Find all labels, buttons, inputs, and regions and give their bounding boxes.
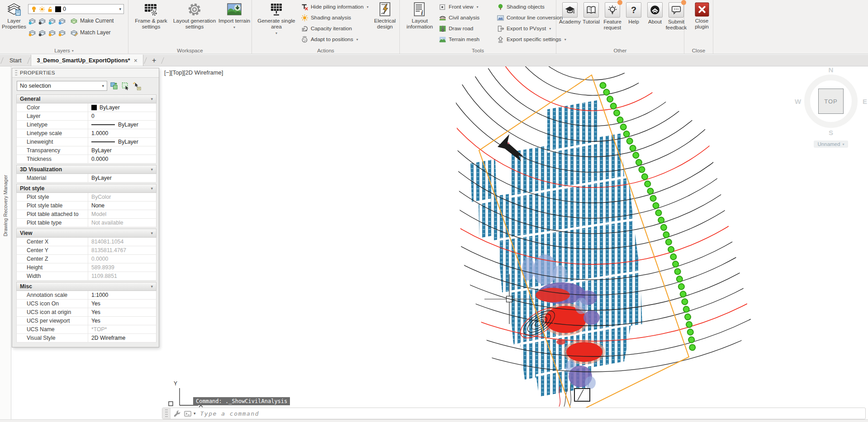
submit-feedback-button[interactable]: Submit feedback <box>667 2 685 30</box>
property-value[interactable]: 0 <box>88 112 156 120</box>
viewport-controls[interactable]: [−][Top][2D Wireframe] <box>164 69 223 76</box>
property-value[interactable]: 0.0000 <box>88 155 156 163</box>
terrain-mesh-button[interactable]: Terrain mesh <box>439 34 479 45</box>
drawing-canvas[interactable]: Y Drawing Recovery Manager [−][Top][2D W… <box>0 66 868 422</box>
viewcube-north[interactable]: N <box>829 66 834 74</box>
dropdown-arrow-icon[interactable]: ▾ <box>549 27 551 31</box>
export-to-pvsyst-button[interactable]: Export to PVsyst▾ <box>497 23 566 34</box>
select-objects-icon[interactable] <box>110 82 119 90</box>
property-value: 814081.1054 <box>88 238 156 246</box>
property-value[interactable]: 2D Wireframe <box>88 334 156 342</box>
wrench-icon[interactable] <box>173 409 181 418</box>
layer-thaw-icon[interactable] <box>48 28 57 37</box>
property-value[interactable]: ByLayer <box>88 146 156 155</box>
command-prompt-icon[interactable] <box>184 409 192 418</box>
property-row-linetype-scale: Linetype scale1.0000 <box>16 129 157 138</box>
layer-off-icon[interactable] <box>28 17 37 25</box>
section-title: Misc <box>20 283 32 290</box>
hide-piling-information-button[interactable]: Hide piling information▾ <box>301 1 369 12</box>
shading-objects-button[interactable]: Shading objects <box>497 1 566 12</box>
section-header-3d-visualization[interactable]: 3D Visualization▾ <box>16 165 157 174</box>
command-bar[interactable]: ▾ Type a command <box>162 408 866 419</box>
property-value[interactable]: ByLayer <box>88 103 156 112</box>
layer-properties-button[interactable]: Layer Properties <box>1 2 27 30</box>
layout-information-button[interactable]: i Layout information <box>403 2 437 30</box>
command-grip[interactable] <box>162 408 171 419</box>
contour-line-conversion-button[interactable]: Contour line conversion <box>497 12 566 23</box>
layer-color-swatch <box>55 6 61 12</box>
layout-generation-settings-button[interactable]: Layout generation settings <box>172 2 217 30</box>
feature-request-button[interactable]: Feature request <box>603 2 621 30</box>
file-tab-start[interactable]: Start <box>4 55 27 66</box>
property-value[interactable]: 1:1000 <box>88 291 156 299</box>
panel-caption-layers[interactable]: Layers ▾ <box>0 48 128 53</box>
import-terrain-button[interactable]: Import terrain ▾ <box>218 2 251 30</box>
civil-analysis-button[interactable]: Civil analysis <box>439 12 479 23</box>
shading-analysis-button[interactable]: Shading analysis <box>301 12 369 23</box>
section-header-misc[interactable]: Misc▾ <box>16 282 157 291</box>
layer-on-icon[interactable] <box>28 28 37 37</box>
property-value[interactable]: ByLayer <box>88 138 156 146</box>
close-plugin-button[interactable]: Close plugin <box>691 2 713 29</box>
viewcube-top-face[interactable]: TOP <box>818 89 844 114</box>
property-value[interactable]: None <box>88 202 156 210</box>
tutorial-button[interactable]: Tutorial <box>582 2 600 25</box>
match-layer-button[interactable]: Match Layer <box>70 28 111 37</box>
help-button[interactable]: ?Help <box>625 2 643 25</box>
property-value[interactable]: Yes <box>88 300 156 308</box>
viewcube-ring[interactable]: N S W E TOP <box>804 75 858 128</box>
viewcube-south[interactable]: S <box>829 129 833 136</box>
recent-commands-icon[interactable]: ▾ <box>194 411 196 416</box>
section-header-plot-style[interactable]: Plot style▾ <box>16 184 157 193</box>
dropdown-arrow-icon[interactable]: ▾ <box>476 5 478 9</box>
generate-single-area-button[interactable]: Generate single area ▾ <box>256 2 297 36</box>
viewcube[interactable]: N S W E TOP Unnamed ▾ <box>804 75 858 148</box>
electrical-design-button[interactable]: Electrical design <box>372 2 398 30</box>
viewcube-west[interactable]: W <box>795 98 801 105</box>
grip-dots-icon[interactable] <box>15 70 17 76</box>
close-tab-icon[interactable]: × <box>134 57 138 64</box>
adapt-to-positions-button[interactable]: Adapt to positions▾ <box>301 34 369 45</box>
section-header-view[interactable]: View▾ <box>16 229 157 238</box>
make-current-button[interactable]: Make Current <box>70 17 114 25</box>
layer-lock-icon[interactable] <box>58 17 66 25</box>
layer-unlock-icon[interactable] <box>58 28 66 37</box>
property-value[interactable]: 1.0000 <box>88 129 156 137</box>
capacity-iteration-button[interactable]: Capacity iteration <box>301 23 369 34</box>
shading-analysis-icon <box>301 14 308 22</box>
frame-park-settings-button[interactable]: Frame & park settings <box>132 2 170 30</box>
property-value[interactable]: Yes <box>88 308 156 316</box>
about-button[interactable]: About <box>646 2 664 25</box>
quick-select-icon[interactable] <box>121 82 130 90</box>
chevron-down-icon[interactable]: ▾ <box>119 7 121 11</box>
front-view-button[interactable]: Front view▾ <box>439 1 479 12</box>
palette-titlebar[interactable]: PROPERTIES <box>12 68 159 78</box>
viewcube-east[interactable]: E <box>863 98 867 105</box>
export-specific-settings-button[interactable]: Export specific settings▾ <box>497 34 566 45</box>
dropdown-arrow-icon[interactable]: ▾ <box>275 30 277 36</box>
property-value[interactable]: ByLayer <box>88 121 156 129</box>
property-value[interactable]: Yes <box>88 317 156 325</box>
property-value[interactable]: ByLayer <box>88 174 156 182</box>
selection-dropdown[interactable]: No selection ▾ <box>17 81 107 91</box>
property-row-plot-style-table: Plot style tableNone <box>16 202 157 210</box>
property-row-ucs-name: UCS Name*TOP* <box>16 325 157 334</box>
layer-unisolate-icon[interactable] <box>38 28 47 37</box>
toggle-pickadd-icon[interactable] <box>133 82 141 90</box>
draw-road-button[interactable]: Draw road <box>439 23 479 34</box>
property-label: Height <box>17 263 88 272</box>
dropdown-arrow-icon[interactable]: ▾ <box>367 5 369 9</box>
layer-select[interactable]: 0 ▾ <box>28 4 124 14</box>
layer-isolate-icon[interactable] <box>38 17 47 25</box>
file-tab-3-demo-smartup-exportoptions[interactable]: 3_Demo_SmartUp_ExportOptions*× <box>31 55 143 66</box>
academy-button[interactable]: Academy <box>561 2 579 25</box>
section-header-general[interactable]: General▾ <box>16 94 157 103</box>
new-tab-button[interactable]: + <box>147 55 161 66</box>
view-name-dropdown[interactable]: Unnamed ▾ <box>814 141 849 148</box>
command-input[interactable]: Type a command <box>200 410 260 417</box>
layer-freeze-icon[interactable] <box>48 17 57 25</box>
button-label: Layout information <box>403 18 437 30</box>
dropdown-arrow-icon[interactable]: ▾ <box>356 38 358 42</box>
dropdown-arrow-icon[interactable]: ▾ <box>233 24 235 30</box>
drawing-recovery-strip[interactable]: Drawing Recovery Manager <box>0 66 11 422</box>
